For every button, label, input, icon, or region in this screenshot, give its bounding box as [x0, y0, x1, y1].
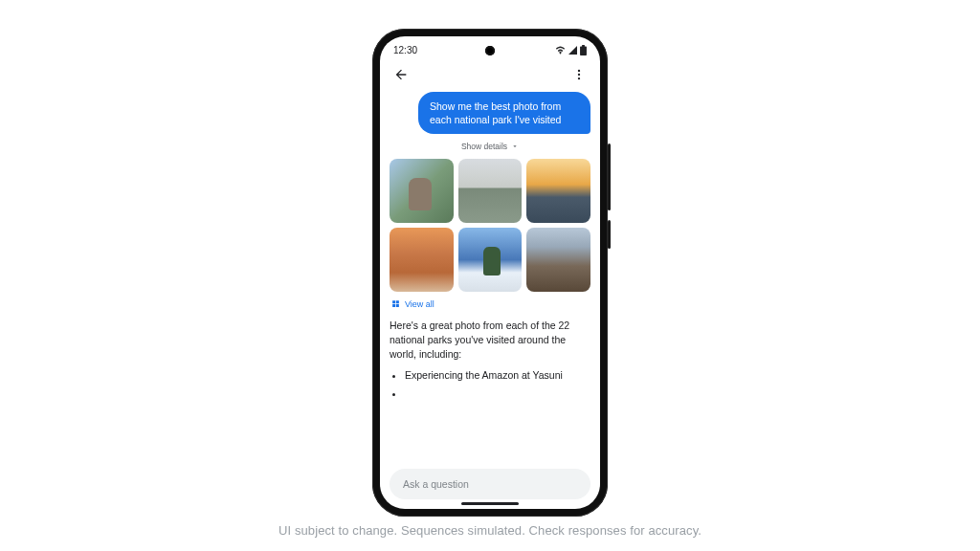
app-bar	[380, 63, 600, 92]
phone-screen: 12:30 Show me the best photo from each	[380, 36, 600, 509]
photo-thumbnail[interactable]	[458, 228, 523, 292]
photo-thumbnail[interactable]	[458, 159, 523, 223]
photo-thumbnail[interactable]	[390, 159, 454, 223]
phone-frame: 12:30 Show me the best photo from each	[372, 29, 608, 517]
chat-content: Show me the best photo from each nationa…	[380, 92, 600, 459]
more-vert-icon	[572, 68, 586, 81]
disclaimer-text: UI subject to change. Sequences simulate…	[0, 523, 980, 538]
back-button[interactable]	[390, 63, 412, 86]
show-details-label: Show details	[461, 142, 507, 151]
stage: 12:30 Show me the best photo from each	[0, 0, 980, 551]
svg-point-1	[578, 74, 580, 76]
home-indicator[interactable]	[461, 502, 519, 505]
more-button[interactable]	[568, 63, 590, 86]
user-message-bubble: Show me the best photo from each nationa…	[418, 92, 590, 134]
list-item	[405, 386, 590, 402]
question-input[interactable]: Ask a question	[390, 469, 590, 499]
battery-icon	[580, 45, 587, 55]
svg-point-0	[578, 70, 580, 72]
status-icons	[555, 45, 587, 55]
photo-thumbnail[interactable]	[390, 228, 454, 292]
photo-thumbnail[interactable]	[526, 159, 590, 223]
view-all-label: View all	[405, 299, 434, 309]
view-all-link[interactable]: View all	[391, 299, 590, 309]
signal-icon	[568, 46, 577, 55]
svg-point-2	[578, 77, 580, 79]
input-placeholder: Ask a question	[403, 478, 469, 490]
ai-response-list: Experiencing the Amazon at Yasuni	[390, 367, 590, 402]
clock: 12:30	[393, 45, 417, 55]
show-details-button[interactable]: Show details	[390, 142, 590, 151]
photo-thumbnail[interactable]	[526, 228, 590, 292]
photo-grid	[390, 159, 590, 291]
chevron-down-icon	[511, 143, 519, 150]
arrow-back-icon	[393, 67, 409, 82]
camera-cutout	[485, 46, 495, 55]
wifi-icon	[555, 46, 566, 55]
ai-response-text: Here's a great photo from each of the 22…	[390, 319, 590, 363]
list-item: Experiencing the Amazon at Yasuni	[405, 367, 590, 384]
grid-icon	[391, 299, 400, 308]
